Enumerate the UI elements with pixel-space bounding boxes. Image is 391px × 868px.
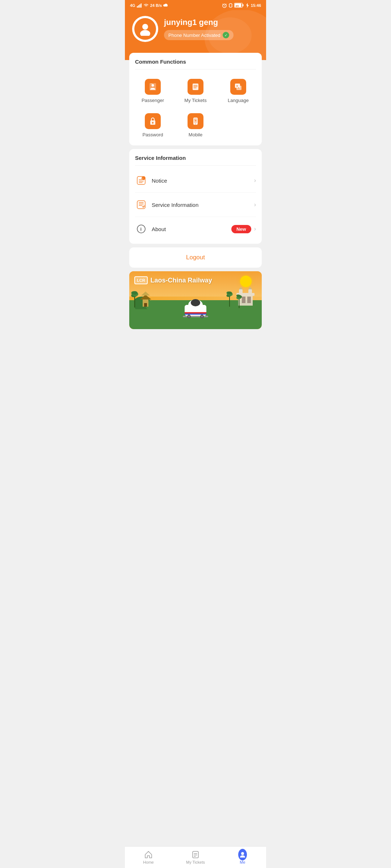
alarm-icon (222, 3, 227, 8)
password-icon (148, 117, 157, 125)
check-icon: ✓ (223, 32, 229, 38)
profile-name: junying1 geng (164, 18, 234, 27)
svg-rect-64 (239, 289, 243, 294)
svg-point-52 (191, 299, 200, 306)
vibrate-icon (228, 3, 233, 8)
language-label: Language (228, 98, 249, 103)
svg-marker-66 (239, 287, 243, 289)
charging-icon (245, 3, 249, 8)
notice-label: Notice (152, 178, 250, 184)
service-info-icon (136, 200, 146, 210)
notice-icon-wrap: ! (135, 174, 147, 187)
network-label: 4G (130, 3, 135, 8)
banner-content: LCR Laos-China Railway (129, 271, 262, 329)
temple-illustration (135, 286, 160, 309)
passenger-icon (148, 82, 157, 91)
function-mobile[interactable]: Mobile (175, 110, 216, 142)
service-info-chevron: › (254, 201, 256, 208)
lcr-logo: LCR (134, 276, 148, 284)
functions-grid: Passenger My Tickets (129, 69, 262, 145)
signal-icon (137, 3, 142, 8)
svg-rect-61 (242, 297, 245, 303)
about-icon-wrap: i (135, 223, 147, 235)
common-functions-card: Common Functions Passenger (129, 53, 262, 145)
password-label: Password (142, 132, 163, 137)
svg-rect-7 (242, 4, 243, 6)
common-functions-title: Common Functions (129, 53, 262, 69)
passenger-icon-wrap (145, 79, 161, 95)
svg-rect-62 (247, 297, 251, 303)
language-icon-wrap: 文 A (230, 79, 246, 95)
svg-rect-49 (183, 316, 208, 317)
status-bar: 4G 24 B/s (125, 0, 266, 10)
data-speed: 24 B/s (150, 3, 162, 8)
svg-text:i: i (140, 226, 142, 232)
avatar-silhouette (138, 22, 152, 36)
battery-level: 85 (234, 3, 244, 8)
svg-text:!: ! (143, 178, 143, 180)
phone-badge: Phone Number Activated ✓ (164, 30, 234, 40)
language-icon: 文 A (234, 82, 243, 91)
svg-rect-44 (144, 303, 147, 307)
profile-info: junying1 geng Phone Number Activated ✓ (164, 18, 234, 40)
password-icon-wrap (145, 113, 161, 129)
notice-icon: ! (136, 175, 146, 186)
svg-rect-14 (151, 84, 152, 84)
tickets-icon-wrap (188, 79, 203, 95)
service-item-about[interactable]: i About New › (129, 217, 262, 241)
main-content: Common Functions Passenger (125, 53, 266, 329)
svg-point-48 (132, 291, 138, 295)
about-right: New › (231, 225, 256, 233)
svg-point-13 (152, 84, 154, 87)
new-badge: New (231, 225, 251, 233)
logout-card[interactable]: Logout (129, 247, 262, 268)
function-passenger[interactable]: Passenger (132, 75, 173, 108)
svg-rect-3 (140, 4, 142, 8)
my-tickets-label: My Tickets (184, 98, 206, 103)
svg-rect-53 (185, 312, 206, 314)
avatar[interactable] (132, 16, 158, 42)
svg-marker-67 (248, 287, 252, 289)
service-info-right: › (254, 201, 256, 208)
function-language[interactable]: 文 A Language (218, 75, 259, 108)
notice-chevron: › (254, 177, 256, 184)
mobile-icon (191, 117, 200, 125)
wifi-icon (143, 4, 149, 8)
svg-rect-2 (139, 4, 140, 8)
about-label: About (152, 226, 227, 232)
about-icon: i (136, 224, 146, 234)
service-item-info[interactable]: Service Information › (129, 193, 262, 217)
svg-point-24 (152, 122, 154, 123)
svg-text:A: A (238, 87, 239, 89)
service-item-notice[interactable]: ! Notice › (129, 169, 262, 192)
notice-right: › (254, 177, 256, 184)
passenger-label: Passenger (142, 98, 164, 103)
status-right: 85 15:46 (222, 3, 261, 8)
about-chevron: › (254, 226, 256, 232)
service-information-card: Service Information ! Notice › (129, 149, 262, 244)
mobile-label: Mobile (189, 132, 202, 137)
svg-rect-54 (185, 314, 206, 315)
svg-rect-1 (138, 5, 139, 8)
palm-right-1-icon (226, 290, 233, 307)
service-information-title: Service Information (129, 149, 262, 165)
mobile-icon-wrap (188, 113, 203, 129)
svg-point-36 (142, 205, 145, 208)
time-display: 15:46 (251, 3, 261, 8)
palm-left-icon (131, 289, 138, 307)
svg-point-10 (142, 24, 148, 30)
logout-text: Logout (186, 254, 205, 261)
banner-title: Laos-China Railway (151, 277, 212, 284)
banner-title-row: LCR Laos-China Railway (134, 276, 212, 284)
svg-point-28 (195, 124, 196, 124)
svg-point-11 (140, 30, 150, 36)
function-my-tickets[interactable]: My Tickets (175, 75, 216, 108)
palm-right-2-icon (236, 294, 242, 308)
function-password[interactable]: Password (132, 110, 173, 142)
svg-rect-65 (248, 289, 252, 294)
lcr-banner[interactable]: LCR Laos-China Railway (129, 271, 262, 329)
svg-point-71 (227, 292, 232, 294)
status-left: 4G 24 B/s (130, 3, 168, 8)
service-info-label: Service Information (152, 202, 250, 208)
svg-point-57 (188, 316, 190, 318)
